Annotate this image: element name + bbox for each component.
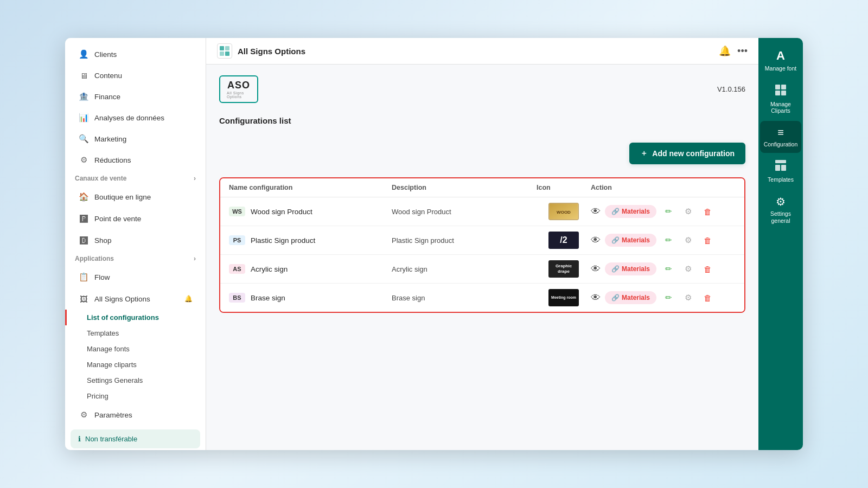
notification-bell-icon[interactable]: 🔔: [719, 45, 731, 57]
config-name-cell-bs: BS Brase sign: [229, 293, 392, 303]
abbr-bs: BS: [229, 293, 245, 303]
sidebar-item-contenu[interactable]: 🖥 Contenu: [68, 65, 202, 86]
clients-icon: 👤: [78, 49, 89, 60]
sidebar-item-point-vente[interactable]: 🅿 Point de vente: [68, 208, 202, 229]
table-header-row: Name configuration Desciption Icon Actio…: [220, 178, 744, 197]
more-options-icon[interactable]: •••: [737, 46, 748, 57]
point-vente-icon: 🅿: [78, 213, 89, 224]
sidebar-sub-pricing[interactable]: Pricing: [65, 388, 206, 404]
templates-icon: [775, 159, 787, 174]
config-name-cell-ps: PS Plastic Sign product: [229, 235, 392, 245]
desc-ws: Wood sign Product: [392, 208, 537, 216]
materials-icon-ps: 🔗: [611, 236, 620, 244]
sidebar-item-boutique[interactable]: 🏠 Boutique en ligne: [68, 187, 202, 207]
config-name-cell-as: AS Acrylic sign: [229, 264, 392, 274]
add-new-configuration-button[interactable]: ＋ Add new configuration: [629, 143, 745, 164]
contenu-icon: 🖥: [78, 70, 89, 81]
materials-btn-as[interactable]: 🔗 Materials: [605, 262, 656, 275]
section-header: Configurations list: [219, 112, 745, 130]
sidebar-sub-manage-fonts[interactable]: Manage fonts: [65, 341, 206, 357]
sidebar-item-marketing[interactable]: 🔍 Marketing: [68, 129, 202, 149]
settings-btn-bs[interactable]: ⚙: [680, 290, 695, 305]
info-icon: ℹ: [78, 435, 81, 443]
sidebar-item-aso[interactable]: 🖼 All Signs Options 🔔: [68, 288, 202, 309]
edit-btn-as[interactable]: ✏: [661, 261, 676, 277]
settings-btn-ws[interactable]: ⚙: [680, 204, 695, 219]
notification-icon: 🔔: [184, 295, 193, 303]
view-btn-ps[interactable]: 👁: [591, 235, 601, 246]
action-cell-bs: 👁 🔗 Materials ✏ ⚙ 🗑: [591, 290, 736, 305]
icon-cell-bs: Meeting room: [537, 289, 591, 306]
main-content: All Signs Options 🔔 ••• ASO All Signs Op…: [206, 38, 758, 450]
delete-btn-ps[interactable]: 🗑: [700, 233, 715, 248]
sidebar-item-flow[interactable]: 📋 Flow: [68, 267, 202, 287]
sidebar-item-clients[interactable]: 👤 Clients: [68, 44, 202, 65]
marketing-icon: 🔍: [78, 133, 89, 144]
svg-text:WOOD: WOOD: [557, 210, 571, 215]
sidebar-item-shop[interactable]: 🅳 Shop: [68, 230, 202, 251]
parametres-icon: ⚙: [78, 409, 89, 420]
sidebar-item-reductions[interactable]: ⚙ Réductions: [68, 150, 202, 170]
config-name-as: Acrylic sign: [251, 265, 288, 273]
svg-rect-0: [220, 46, 224, 50]
svg-rect-9: [781, 91, 786, 95]
topbar-app-icon: [217, 43, 232, 59]
sidebar-sub-templates[interactable]: Templates: [65, 325, 206, 341]
settings-btn-as[interactable]: ⚙: [680, 261, 695, 277]
analyses-icon: 📊: [78, 112, 89, 123]
applications-section-header[interactable]: Applications ›: [65, 251, 206, 266]
rp-templates[interactable]: Templates: [760, 154, 801, 189]
boutique-icon: 🏠: [78, 191, 89, 202]
canaux-section-header[interactable]: Canaux de vente ›: [65, 171, 206, 186]
materials-btn-ws[interactable]: 🔗 Materials: [605, 205, 656, 218]
logo-area: ASO All Signs Options V1.0.156: [219, 75, 745, 103]
action-cell-ps: 👁 🔗 Materials ✏ ⚙ 🗑: [591, 233, 736, 248]
sidebar-sub-list-config[interactable]: List of configurations: [65, 310, 206, 325]
settings-btn-ps[interactable]: ⚙: [680, 233, 695, 248]
icon-thumb-ws: WOOD: [548, 203, 579, 220]
version-text: V1.0.156: [717, 85, 745, 93]
delete-btn-ws[interactable]: 🗑: [700, 204, 715, 219]
plus-icon: ＋: [640, 149, 648, 158]
sidebar-item-parametres[interactable]: ⚙ Paramètres: [68, 404, 202, 425]
materials-btn-ps[interactable]: 🔗 Materials: [605, 234, 656, 247]
rp-settings-general[interactable]: ⚙ Settings general: [760, 190, 801, 229]
edit-btn-ps[interactable]: ✏: [661, 233, 676, 248]
configuration-icon: ≡: [777, 126, 784, 139]
shop-icon: 🅳: [78, 235, 89, 246]
materials-btn-bs[interactable]: 🔗 Materials: [605, 291, 656, 304]
sidebar-sub-settings-generals[interactable]: Settings Generals: [65, 373, 206, 388]
action-cell-ws: 👁 🔗 Materials ✏ ⚙ 🗑: [591, 204, 736, 219]
materials-icon-bs: 🔗: [611, 294, 620, 301]
edit-btn-ws[interactable]: ✏: [661, 204, 676, 219]
rp-manage-font[interactable]: A Manage font: [760, 43, 801, 78]
sidebar-sub-manage-cliparts[interactable]: Manage cliparts: [65, 357, 206, 373]
rp-configuration[interactable]: ≡ Configuration: [760, 121, 801, 153]
topbar-title: All Signs Options: [238, 47, 305, 56]
sidebar-item-analyses[interactable]: 📊 Analyses de données: [68, 107, 202, 128]
view-btn-ws[interactable]: 👁: [591, 206, 601, 217]
delete-btn-bs[interactable]: 🗑: [700, 290, 715, 305]
view-btn-as[interactable]: 👁: [591, 264, 601, 275]
sidebar-item-finance[interactable]: 🏦 Finance: [68, 86, 202, 107]
delete-btn-as[interactable]: 🗑: [700, 261, 715, 277]
aso-logo-box: ASO All Signs Options: [219, 75, 258, 103]
configurations-table: Name configuration Desciption Icon Actio…: [219, 177, 745, 313]
rp-manage-cliparts[interactable]: Manage Cliparts: [760, 79, 801, 120]
aso-icon: 🖼: [78, 293, 89, 304]
config-name-bs: Brase sign: [251, 294, 285, 302]
abbr-ps: PS: [229, 235, 245, 245]
config-name-ws: Wood sign Product: [251, 208, 312, 216]
edit-btn-bs[interactable]: ✏: [661, 290, 676, 305]
table-row: WS Wood sign Product Wood sign Product: [220, 197, 744, 226]
icon-thumb-as: Graphicdrape: [548, 260, 579, 278]
icon-thumb-ps: /2: [548, 232, 579, 249]
desc-ps: Plastic Sign product: [392, 236, 537, 245]
finance-icon: 🏦: [78, 91, 89, 102]
sidebar: 👤 Clients 🖥 Contenu 🏦 Finance 📊 Analyses…: [65, 38, 206, 450]
icon-cell-as: Graphicdrape: [537, 260, 591, 278]
view-btn-bs[interactable]: 👁: [591, 292, 601, 304]
svg-rect-2: [220, 52, 224, 56]
materials-icon-as: 🔗: [611, 265, 620, 273]
add-btn-row: ＋ Add new configuration: [219, 143, 745, 164]
